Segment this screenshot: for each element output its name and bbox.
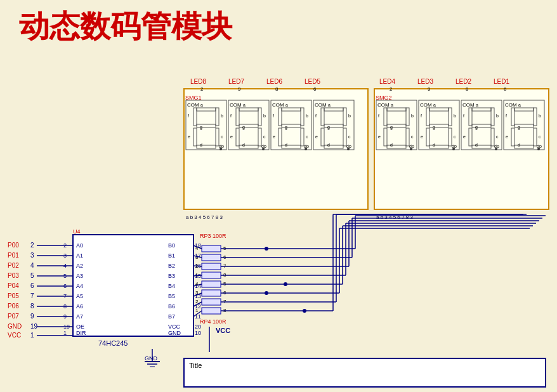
svg-rect-87 <box>406 128 409 146</box>
svg-text:2: 2 <box>195 263 199 269</box>
svg-text:g: g <box>518 125 520 130</box>
svg-rect-17 <box>193 128 197 146</box>
svg-text:COM: COM <box>462 102 475 108</box>
svg-text:5: 5 <box>223 245 226 251</box>
svg-text:8: 8 <box>223 308 226 313</box>
svg-text:d: d <box>390 143 393 147</box>
svg-rect-32 <box>258 108 261 126</box>
seg-display-smg2-2: COM a f b g e c d dp <box>419 100 459 150</box>
svg-text:b: b <box>306 114 308 118</box>
svg-text:d: d <box>285 143 287 147</box>
svg-text:GND: GND <box>145 355 158 362</box>
svg-text:b: b <box>454 114 456 118</box>
svg-text:c: c <box>263 134 266 139</box>
svg-rect-103 <box>429 108 449 111</box>
svg-text:g: g <box>390 125 393 130</box>
svg-rect-105 <box>449 128 452 146</box>
svg-text:A3: A3 <box>76 273 83 279</box>
svg-text:e: e <box>188 134 190 139</box>
rp4-label: RP4 100R <box>200 318 226 325</box>
port-p00: P00 <box>8 242 19 249</box>
svg-text:11: 11 <box>195 313 201 320</box>
svg-rect-121 <box>472 108 491 111</box>
svg-text:8: 8 <box>275 86 278 92</box>
svg-text:b: b <box>348 114 351 118</box>
port-gnd: GND <box>8 323 22 330</box>
svg-rect-14 <box>216 108 219 126</box>
svg-text:b: b <box>496 114 499 118</box>
svg-text:a: a <box>328 103 331 107</box>
svg-rect-50 <box>301 108 304 126</box>
svg-text:COM: COM <box>420 102 432 108</box>
svg-text:4: 4 <box>195 245 199 251</box>
svg-rect-52 <box>282 145 301 148</box>
rp3-label: RP3 100R <box>200 233 226 239</box>
svg-rect-18 <box>193 108 197 126</box>
svg-text:c: c <box>411 134 414 139</box>
svg-rect-64 <box>313 100 354 150</box>
svg-text:c: c <box>348 134 351 139</box>
svg-point-266 <box>265 291 268 295</box>
seg-display-smg2-4: COM a f b g e c d dp <box>504 100 544 150</box>
svg-rect-108 <box>426 108 429 126</box>
svg-text:7: 7 <box>30 292 34 299</box>
port-p03: P03 <box>8 272 19 279</box>
svg-text:f: f <box>230 114 232 118</box>
seg-display-smg2-1: COM a f b g e c d dp <box>376 100 417 150</box>
svg-text:8: 8 <box>30 303 34 310</box>
svg-text:4: 4 <box>63 263 67 269</box>
svg-rect-224 <box>202 308 221 314</box>
seg-display-smg1-4: COM a f b g e c d dp <box>313 100 354 150</box>
led7-label: LED7 <box>228 78 244 85</box>
svg-text:e: e <box>506 134 508 139</box>
svg-rect-16 <box>197 145 216 148</box>
svg-rect-82 <box>376 100 417 150</box>
svg-text:dp: dp <box>304 144 309 149</box>
svg-text:c: c <box>221 134 223 139</box>
svg-point-99 <box>410 148 412 150</box>
svg-rect-72 <box>321 108 324 126</box>
svg-text:b: b <box>221 114 223 118</box>
led8-label: LED8 <box>190 78 206 85</box>
svg-text:a: a <box>243 103 246 107</box>
svg-rect-142 <box>514 145 534 148</box>
svg-rect-140 <box>534 108 537 126</box>
led6-label: LED6 <box>266 78 282 85</box>
svg-text:g: g <box>327 125 330 130</box>
svg-text:VCC: VCC <box>168 323 181 330</box>
svg-rect-73 <box>324 124 343 127</box>
svg-text:a: a <box>200 103 203 107</box>
svg-text:3: 3 <box>195 290 199 296</box>
svg-rect-54 <box>278 108 282 126</box>
svg-text:1: 1 <box>195 308 199 313</box>
svg-point-135 <box>495 148 497 150</box>
svg-rect-125 <box>469 128 472 146</box>
svg-point-27 <box>220 148 222 150</box>
port-p05: P05 <box>8 292 19 299</box>
svg-rect-127 <box>472 124 491 127</box>
svg-point-117 <box>452 148 455 150</box>
ic-name: 74HC245 <box>98 339 128 347</box>
svg-rect-143 <box>511 128 514 146</box>
svg-text:9: 9 <box>238 86 241 92</box>
svg-text:B5: B5 <box>168 293 175 299</box>
svg-text:g: g <box>200 125 202 130</box>
svg-text:A0: A0 <box>76 242 83 249</box>
svg-rect-51 <box>301 128 304 146</box>
svg-text:e: e <box>273 134 275 139</box>
svg-text:5: 5 <box>30 272 34 279</box>
svg-text:B4: B4 <box>168 283 175 289</box>
svg-text:g: g <box>433 125 435 130</box>
svg-point-265 <box>265 247 268 251</box>
page-title: 动态数码管模块 <box>19 6 232 47</box>
svg-text:7: 7 <box>63 293 67 299</box>
svg-text:A1: A1 <box>76 252 83 259</box>
svg-point-153 <box>537 148 540 150</box>
svg-text:10: 10 <box>195 330 201 336</box>
svg-rect-100 <box>419 100 459 150</box>
svg-text:COM: COM <box>187 102 199 108</box>
smg2-label: SMG2 <box>376 95 392 101</box>
svg-rect-118 <box>461 100 502 150</box>
svg-rect-33 <box>258 128 261 146</box>
svg-rect-35 <box>236 128 239 146</box>
